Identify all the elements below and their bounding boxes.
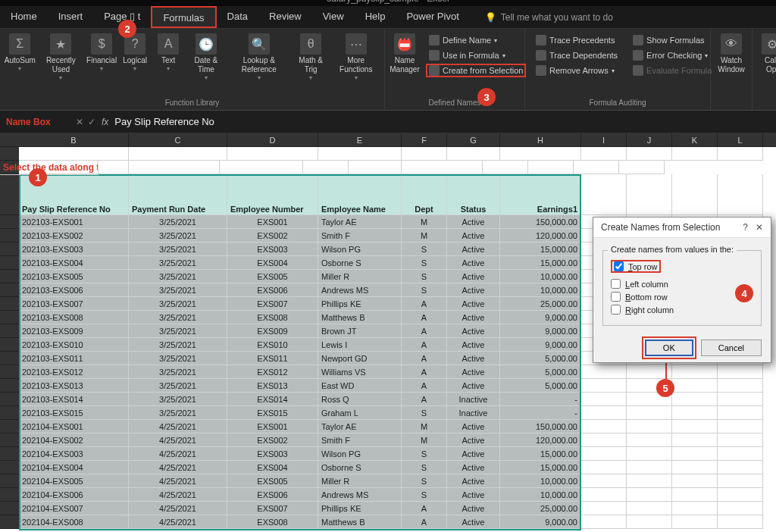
- table-cell[interactable]: Active: [447, 461, 500, 474]
- table-cell[interactable]: Phillips KE: [318, 502, 402, 515]
- tab-help[interactable]: Help: [355, 6, 396, 28]
- table-cell[interactable]: EXS012: [227, 365, 318, 379]
- table-cell[interactable]: Active: [447, 324, 500, 338]
- table-cell[interactable]: Active: [447, 365, 500, 379]
- dialog-cancel-button[interactable]: Cancel: [701, 340, 762, 356]
- table-cell[interactable]: Matthews B: [318, 515, 402, 529]
- table-cell[interactable]: Wilson PG: [318, 243, 402, 256]
- table-cell[interactable]: 10,000.00: [500, 488, 581, 502]
- table-cell[interactable]: Active: [447, 420, 500, 433]
- table-cell[interactable]: 4/25/2021: [129, 447, 227, 461]
- col-E[interactable]: E: [318, 133, 402, 146]
- hdr-empnum[interactable]: Employee Number: [227, 174, 318, 215]
- table-cell[interactable]: Active: [447, 447, 500, 461]
- btn-recently-used[interactable]: ★Recently Used▾: [39, 32, 84, 99]
- table-cell[interactable]: S: [402, 256, 447, 270]
- table-cell[interactable]: EXS009: [227, 324, 318, 338]
- table-cell[interactable]: EXS015: [227, 406, 318, 420]
- table-cell[interactable]: Phillips KE: [318, 297, 402, 311]
- table-cell[interactable]: EXS008: [227, 515, 318, 529]
- table-cell[interactable]: 25,000.00: [500, 297, 581, 311]
- table-cell[interactable]: Active: [447, 502, 500, 515]
- btn-text[interactable]: AText▾: [153, 32, 183, 99]
- table-cell[interactable]: Active: [447, 352, 500, 365]
- table-cell[interactable]: 3/25/2021: [129, 283, 227, 297]
- table-cell[interactable]: EXS010: [227, 338, 318, 352]
- table-cell[interactable]: 202103-EXS001: [19, 215, 129, 229]
- table-cell[interactable]: 15,000.00: [500, 256, 581, 270]
- table-cell[interactable]: EXS008: [227, 311, 318, 324]
- table-cell[interactable]: 3/25/2021: [129, 270, 227, 283]
- table-cell[interactable]: Active: [447, 229, 500, 243]
- table-cell[interactable]: 202104-EXS008: [19, 515, 129, 529]
- table-cell[interactable]: 3/25/2021: [129, 324, 227, 338]
- table-cell[interactable]: A: [402, 297, 447, 311]
- table-cell[interactable]: 4/25/2021: [129, 433, 227, 447]
- chk-left-column[interactable]: Left column: [611, 279, 753, 289]
- dialog-close-icon[interactable]: ✕: [756, 222, 763, 233]
- table-cell[interactable]: Smith F: [318, 229, 402, 243]
- table-cell[interactable]: 202103-EXS009: [19, 324, 129, 338]
- tab-formulas[interactable]: Formulas: [151, 6, 216, 28]
- table-cell[interactable]: East WD: [318, 379, 402, 393]
- table-cell[interactable]: 10,000.00: [500, 283, 581, 297]
- table-cell[interactable]: 202103-EXS013: [19, 379, 129, 393]
- table-cell[interactable]: EXS003: [227, 447, 318, 461]
- btn-name-manager[interactable]: 📛Name Manager: [390, 32, 420, 99]
- table-cell[interactable]: EXS001: [227, 215, 318, 229]
- table-cell[interactable]: A: [402, 502, 447, 515]
- table-cell[interactable]: EXS005: [227, 270, 318, 283]
- table-cell[interactable]: Miller R: [318, 474, 402, 488]
- chk-top-row[interactable]: Top row: [611, 260, 661, 273]
- table-cell[interactable]: 120,000.00: [500, 433, 581, 447]
- table-cell[interactable]: Active: [447, 338, 500, 352]
- enter-formula-icon[interactable]: ✓: [88, 117, 95, 127]
- table-cell[interactable]: EXS002: [227, 229, 318, 243]
- table-cell[interactable]: S: [402, 461, 447, 474]
- table-cell[interactable]: 202103-EXS003: [19, 243, 129, 256]
- table-cell[interactable]: 202103-EXS006: [19, 283, 129, 297]
- tab-home[interactable]: Home: [0, 6, 48, 28]
- table-cell[interactable]: A: [402, 515, 447, 529]
- table-cell[interactable]: EXS005: [227, 474, 318, 488]
- table-cell[interactable]: Miller R: [318, 270, 402, 283]
- table-cell[interactable]: Graham L: [318, 406, 402, 420]
- table-cell[interactable]: 15,000.00: [500, 243, 581, 256]
- btn-trace-precedents[interactable]: Trace Precedents: [533, 33, 618, 47]
- table-cell[interactable]: S: [402, 270, 447, 283]
- col-B[interactable]: B: [19, 133, 129, 146]
- table-cell[interactable]: Taylor AE: [318, 215, 402, 229]
- tab-view[interactable]: View: [312, 6, 355, 28]
- btn-financial[interactable]: $Financial▾: [86, 32, 117, 99]
- table-cell[interactable]: 4/25/2021: [129, 461, 227, 474]
- table-cell[interactable]: EXS002: [227, 433, 318, 447]
- table-cell[interactable]: A: [402, 393, 447, 406]
- table-cell[interactable]: M: [402, 215, 447, 229]
- table-cell[interactable]: 4/25/2021: [129, 515, 227, 529]
- table-cell[interactable]: 202103-EXS011: [19, 352, 129, 365]
- table-cell[interactable]: A: [402, 311, 447, 324]
- table-cell[interactable]: S: [402, 447, 447, 461]
- table-cell[interactable]: Active: [447, 488, 500, 502]
- table-cell[interactable]: 150,000.00: [500, 215, 581, 229]
- table-cell[interactable]: EXS007: [227, 297, 318, 311]
- table-cell[interactable]: 3/25/2021: [129, 311, 227, 324]
- table-cell[interactable]: Inactive: [447, 406, 500, 420]
- btn-create-from-selection[interactable]: Create from Selection: [426, 64, 526, 77]
- table-cell[interactable]: EXS013: [227, 379, 318, 393]
- table-cell[interactable]: 9,000.00: [500, 324, 581, 338]
- table-cell[interactable]: Active: [447, 311, 500, 324]
- btn-use-in-formula[interactable]: Use in Formula ▾: [426, 49, 508, 62]
- col-C[interactable]: C: [129, 133, 227, 146]
- fx-icon[interactable]: fx: [102, 117, 108, 127]
- table-cell[interactable]: M: [402, 229, 447, 243]
- table-cell[interactable]: 202104-EXS003: [19, 447, 129, 461]
- table-cell[interactable]: Active: [447, 515, 500, 529]
- table-cell[interactable]: S: [402, 474, 447, 488]
- col-I[interactable]: I: [581, 133, 627, 146]
- chk-right-column[interactable]: Right column: [611, 305, 753, 315]
- col-G[interactable]: G: [447, 133, 500, 146]
- table-cell[interactable]: A: [402, 352, 447, 365]
- table-cell[interactable]: EXS004: [227, 461, 318, 474]
- table-cell[interactable]: 202103-EXS010: [19, 338, 129, 352]
